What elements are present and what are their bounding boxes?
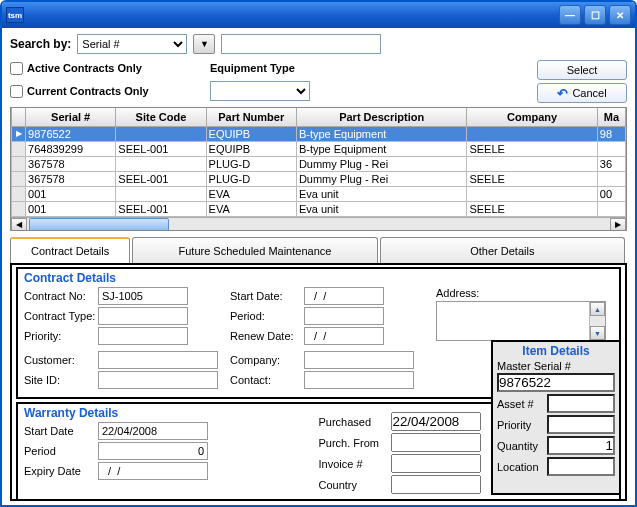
warranty-expiry-date-field[interactable]	[98, 462, 208, 480]
purchased-field[interactable]	[391, 412, 481, 431]
location-field[interactable]	[547, 457, 615, 476]
contact-label: Contact:	[230, 374, 304, 386]
table-row[interactable]: 764839299 SEEL-001 EQUIPB B-type Equipme…	[12, 141, 626, 156]
table-row[interactable]: 001 SEEL-001 EVA Eva unit SEELE	[12, 201, 626, 216]
search-input[interactable]	[221, 34, 381, 54]
row-selector-header	[12, 108, 26, 126]
contract-type-field[interactable]	[98, 307, 188, 325]
site-id-field[interactable]	[98, 371, 218, 389]
scroll-right-icon[interactable]: ▶	[610, 218, 626, 232]
item-details-section: Item Details Master Serial # Asset # Pri…	[491, 340, 621, 495]
period-field[interactable]	[304, 307, 384, 325]
undo-icon: ↶	[557, 86, 568, 101]
warranty-start-date-label: Start Date	[24, 425, 98, 437]
maximize-button[interactable]: ☐	[584, 5, 606, 25]
priority-label: Priority:	[24, 330, 98, 342]
tab-contract-details[interactable]: Contract Details	[10, 237, 130, 263]
details-panel: Contract Details Contract No: Contract T…	[10, 263, 627, 501]
purch-from-field[interactable]	[391, 433, 481, 452]
search-by-label: Search by:	[10, 37, 71, 51]
quantity-field[interactable]	[547, 436, 615, 455]
address-label: Address:	[436, 287, 479, 299]
results-grid[interactable]: Serial # Site Code Part Number Part Desc…	[10, 107, 627, 231]
scroll-thumb[interactable]	[29, 218, 169, 232]
renew-date-label: Renew Date:	[230, 330, 304, 342]
start-date-field[interactable]	[304, 287, 384, 305]
tab-future-maintenance[interactable]: Future Scheduled Maintenance	[132, 237, 377, 263]
titlebar: tsm — ☐ ✕	[2, 2, 635, 28]
active-contracts-only-checkbox[interactable]: Active Contracts Only	[10, 62, 210, 75]
warranty-start-date-field[interactable]	[98, 422, 208, 440]
start-date-label: Start Date:	[230, 290, 304, 302]
warranty-expiry-date-label: Expiry Date	[24, 465, 98, 477]
table-row[interactable]: 367578 PLUG-D Dummy Plug - Rei 36	[12, 156, 626, 171]
site-id-label: Site ID:	[24, 374, 98, 386]
current-contracts-only-checkbox[interactable]: Current Contracts Only	[10, 85, 210, 98]
scroll-down-icon[interactable]: ▼	[590, 326, 605, 340]
contract-no-label: Contract No:	[24, 290, 98, 302]
item-priority-field[interactable]	[547, 415, 615, 434]
close-button[interactable]: ✕	[609, 5, 631, 25]
search-dropdown-button[interactable]: ▼	[193, 34, 215, 54]
tab-other-details[interactable]: Other Details	[380, 237, 625, 263]
contract-details-title: Contract Details	[24, 271, 613, 285]
master-serial-label: Master Serial #	[497, 360, 615, 372]
col-part-description[interactable]: Part Description	[296, 108, 467, 126]
contract-type-label: Contract Type:	[24, 310, 98, 322]
col-serial[interactable]: Serial #	[26, 108, 116, 126]
warranty-period-field[interactable]	[98, 442, 208, 460]
asset-field[interactable]	[547, 394, 615, 413]
col-site-code[interactable]: Site Code	[116, 108, 206, 126]
horizontal-scrollbar[interactable]: ◀ ▶	[11, 217, 626, 232]
period-label: Period:	[230, 310, 304, 322]
address-textarea[interactable]: ▲ ▼	[436, 301, 606, 341]
customer-label: Customer:	[24, 354, 98, 366]
master-serial-field[interactable]	[497, 373, 615, 392]
warranty-details-title: Warranty Details	[24, 406, 319, 420]
table-row[interactable]: ▶ 9876522 EQUIPB B-type Equipment 98	[12, 126, 626, 141]
country-label: Country	[319, 479, 387, 491]
col-part-number[interactable]: Part Number	[206, 108, 296, 126]
warranty-period-label: Period	[24, 445, 98, 457]
scroll-up-icon[interactable]: ▲	[590, 302, 605, 316]
company-label: Company:	[230, 354, 304, 366]
contract-no-field[interactable]	[98, 287, 188, 305]
quantity-label: Quantity	[497, 440, 543, 452]
item-priority-label: Priority	[497, 419, 543, 431]
row-indicator-icon: ▶	[12, 126, 26, 141]
table-row[interactable]: 367578 SEEL-001 PLUG-D Dummy Plug - Rei …	[12, 171, 626, 186]
country-field[interactable]	[391, 475, 481, 494]
contact-field[interactable]	[304, 371, 414, 389]
app-icon: tsm	[6, 7, 24, 23]
col-m[interactable]: Ma	[597, 108, 625, 126]
address-scrollbar[interactable]: ▲ ▼	[589, 302, 605, 340]
company-field[interactable]	[304, 351, 414, 369]
renew-date-field[interactable]	[304, 327, 384, 345]
asset-label: Asset #	[497, 398, 543, 410]
location-label: Location	[497, 461, 543, 473]
search-field-select[interactable]: Serial #	[77, 34, 187, 54]
customer-field[interactable]	[98, 351, 218, 369]
invoice-no-label: Invoice #	[319, 458, 387, 470]
table-row[interactable]: 001 EVA Eva unit 00	[12, 186, 626, 201]
equipment-type-select[interactable]	[210, 81, 310, 101]
priority-field[interactable]	[98, 327, 188, 345]
select-button[interactable]: Select	[537, 60, 627, 80]
invoice-no-field[interactable]	[391, 454, 481, 473]
scroll-left-icon[interactable]: ◀	[11, 218, 27, 232]
purchased-label: Purchased	[319, 416, 387, 428]
purch-from-label: Purch. From	[319, 437, 387, 449]
minimize-button[interactable]: —	[559, 5, 581, 25]
equipment-type-label: Equipment Type	[210, 62, 380, 74]
col-company[interactable]: Company	[467, 108, 597, 126]
cancel-button[interactable]: ↶ Cancel	[537, 83, 627, 103]
item-details-title: Item Details	[497, 344, 615, 358]
